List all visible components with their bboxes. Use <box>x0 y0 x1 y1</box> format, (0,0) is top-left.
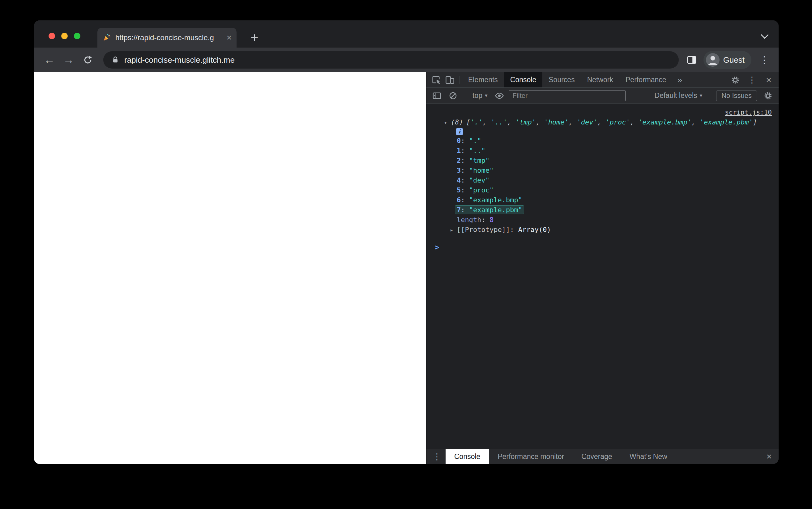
console-sidebar-button[interactable] <box>430 89 444 103</box>
array-entry: 3: "home" <box>427 166 779 175</box>
entry-value: "tmp" <box>469 157 490 164</box>
array-entry: 7: "example.pbm" <box>427 205 779 215</box>
close-devtools-button[interactable]: × <box>762 73 776 87</box>
log-levels-dropdown[interactable]: Default levels ▾ <box>655 92 702 100</box>
chevron-down-icon: ▾ <box>485 92 488 99</box>
devtools-settings-button[interactable] <box>728 73 742 87</box>
profile-label: Guest <box>723 55 745 65</box>
side-panel-button[interactable] <box>686 54 697 66</box>
chevron-down-icon: ▾ <box>700 92 702 99</box>
array-entry: 1: ".." <box>427 146 779 156</box>
drawer-tab-console[interactable]: Console <box>445 449 489 464</box>
device-toolbar-icon <box>445 75 455 85</box>
gear-icon <box>731 75 740 84</box>
collapse-caret-icon[interactable]: ▾ <box>444 117 447 127</box>
new-tab-button[interactable]: + <box>250 28 258 47</box>
drawer-tab-coverage[interactable]: Coverage <box>573 449 621 464</box>
drawer-menu-button[interactable]: ⋮ <box>428 451 445 462</box>
clear-console-icon <box>448 91 458 100</box>
kebab-icon: ⋮ <box>746 76 758 84</box>
devtools-tab-sources[interactable]: Sources <box>542 72 581 88</box>
entry-value: "example.bmp" <box>469 196 522 204</box>
entry-value: "example.pbm" <box>469 206 522 214</box>
live-expression-button[interactable] <box>493 89 506 103</box>
drawer-tab-what-s-new[interactable]: What's New <box>621 449 676 464</box>
window-controls <box>49 33 81 39</box>
devtools-drawer: ⋮ ConsolePerformance monitorCoverageWhat… <box>427 449 779 464</box>
divider <box>465 92 465 100</box>
avatar-icon <box>706 53 720 67</box>
filter-input[interactable] <box>509 90 626 101</box>
browser-tab[interactable]: https://rapid-concise-muscle.g × <box>97 28 237 47</box>
console-prompt[interactable]: > <box>427 242 779 253</box>
inspect-element-button[interactable] <box>430 73 443 87</box>
forward-button[interactable]: → <box>61 52 77 68</box>
array-entries: 0: "."1: ".."2: "tmp"3: "home"4: "dev"5:… <box>427 136 779 215</box>
console-settings-button[interactable] <box>761 89 775 103</box>
divider <box>709 92 709 100</box>
side-panel-icon <box>686 54 697 66</box>
devtools-tabs: ElementsConsoleSourcesNetworkPerformance <box>462 72 673 88</box>
more-panels-button[interactable]: » <box>673 75 687 85</box>
maximize-window-button[interactable] <box>74 33 81 39</box>
devtools-tab-network[interactable]: Network <box>581 72 619 88</box>
back-icon: ← <box>44 54 55 66</box>
window-content: ElementsConsoleSourcesNetworkPerformance… <box>34 72 779 464</box>
tab-title: https://rapid-concise-muscle.g <box>115 33 222 42</box>
prompt-icon: > <box>435 242 439 252</box>
device-toolbar-button[interactable] <box>443 73 457 87</box>
tab-strip: https://rapid-concise-muscle.g × + <box>34 21 779 47</box>
browser-window: https://rapid-concise-muscle.g × + ← → r… <box>34 21 779 464</box>
toolbar-right-group: Guest ⋮ <box>686 51 771 69</box>
javascript-context-selector[interactable]: top ▾ <box>470 92 490 100</box>
array-entry: 0: "." <box>427 136 779 146</box>
minimize-window-button[interactable] <box>61 33 68 39</box>
devtools-tab-bar: ElementsConsoleSourcesNetworkPerformance… <box>427 72 779 88</box>
party-popper-favicon-icon <box>102 33 111 42</box>
lock-icon[interactable] <box>111 56 119 64</box>
array-entry: 6: "example.bmp" <box>427 195 779 205</box>
address-bar[interactable]: rapid-concise-muscle.glitch.me <box>103 51 679 69</box>
array-entry: 4: "dev" <box>427 175 779 185</box>
source-location-link[interactable]: script.js:10 <box>725 109 772 116</box>
prototype-value: Array(0) <box>518 226 551 234</box>
console-sidebar-icon <box>432 91 442 101</box>
gear-icon <box>763 91 773 100</box>
devtools-tab-console[interactable]: Console <box>504 72 542 88</box>
entry-value: "." <box>469 137 481 144</box>
array-entry: 2: "tmp" <box>427 156 779 166</box>
issues-badge[interactable]: No Issues <box>716 90 757 101</box>
prototype-label: [[Prototype]] <box>457 226 510 234</box>
array-entry: 5: "proc" <box>427 185 779 195</box>
context-label: top <box>472 92 482 100</box>
entry-value: ".." <box>469 147 486 155</box>
close-drawer-button[interactable]: × <box>766 452 777 462</box>
devtools-tab-performance[interactable]: Performance <box>619 72 673 88</box>
drawer-tab-performance-monitor[interactable]: Performance monitor <box>489 449 573 464</box>
devtools-menu-button[interactable]: ⋮ <box>745 73 759 87</box>
entry-value: "dev" <box>469 176 490 184</box>
tab-close-icon[interactable]: × <box>227 33 231 42</box>
devtools-tab-bar-right: ⋮ × <box>728 73 776 87</box>
browser-menu-button[interactable]: ⋮ <box>757 55 771 65</box>
inspect-icon <box>431 75 441 85</box>
info-icon: i <box>456 128 463 135</box>
divider <box>459 76 460 84</box>
array-preview-line: ▾ (8)['.', '..', 'tmp', 'home', 'dev', '… <box>427 117 779 127</box>
reload-button[interactable] <box>80 52 96 68</box>
console-output: script.js:10 ▾ (8)['.', '..', 'tmp', 'ho… <box>427 104 779 449</box>
array-preview: ['.', '..', 'tmp', 'home', 'dev', 'proc'… <box>466 118 757 126</box>
devtools-tab-elements[interactable]: Elements <box>462 72 504 88</box>
array-count: (8) <box>451 118 463 126</box>
console-message: ▾ (8)['.', '..', 'tmp', 'home', 'dev', '… <box>427 104 779 238</box>
clear-console-button[interactable] <box>446 89 460 103</box>
reload-icon <box>83 55 93 65</box>
page-viewport <box>34 72 426 464</box>
close-window-button[interactable] <box>49 33 55 39</box>
entry-value: "proc" <box>469 186 494 194</box>
devtools-panel: ElementsConsoleSourcesNetworkPerformance… <box>426 72 779 464</box>
expand-caret-icon[interactable]: ▸ <box>450 225 453 235</box>
back-button[interactable]: ← <box>41 52 58 68</box>
profile-button[interactable]: Guest <box>704 51 751 69</box>
tab-search-chevron-icon[interactable] <box>761 31 769 39</box>
